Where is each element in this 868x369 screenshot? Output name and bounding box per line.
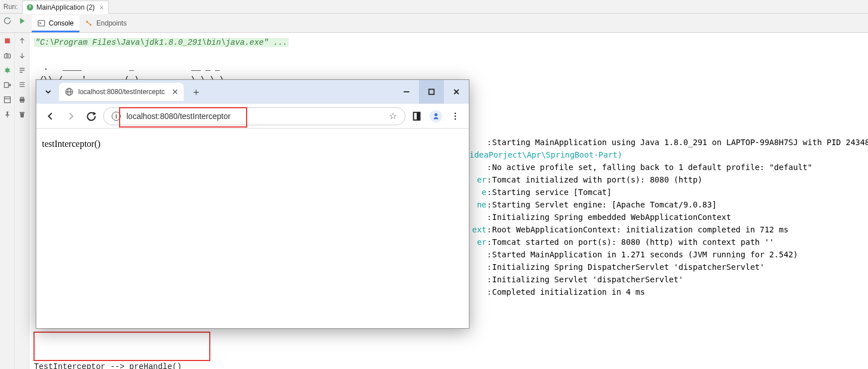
rerun-icon[interactable] [0, 14, 15, 28]
tab-console[interactable]: Console [32, 15, 79, 32]
down-arrow-icon[interactable] [15, 49, 29, 62]
svg-rect-23 [417, 112, 420, 120]
log-line: ideaPorject\Apr\SpringBoot-Part) [469, 149, 868, 161]
left-actions-col-2 [15, 33, 29, 369]
svg-rect-5 [4, 54, 10, 58]
bug-icon[interactable] [1, 63, 14, 77]
log-line: :Initializing Spring DispatcherServlet '… [469, 261, 868, 273]
site-info-icon[interactable]: i [112, 112, 121, 121]
console-line-1: TestInterceptor --> preHandle() [34, 362, 181, 369]
tab-close-icon[interactable]: ✕ [171, 88, 179, 96]
log-line: :Started MainApplication in 1.271 second… [469, 248, 868, 261]
svg-rect-9 [4, 83, 8, 88]
layout-icon[interactable] [1, 93, 14, 107]
browser-tab-title: localhost:8080/testInterceptc [78, 88, 165, 96]
run-config-name: MainApplication (2) [36, 3, 95, 11]
forward-button[interactable] [62, 108, 79, 125]
run-config-tab[interactable]: MainApplication (2) ✕ [22, 1, 109, 14]
menu-icon[interactable] [447, 108, 463, 124]
tab-search-dropdown-icon[interactable] [41, 84, 56, 100]
log-line: :No active profile set, falling back to … [469, 161, 868, 173]
browser-titlebar[interactable]: localhost:8080/testInterceptc ✕ ＋ [36, 80, 469, 104]
log-line: :Starting MainApplication using Java 1.8… [469, 136, 868, 149]
trash-icon[interactable] [15, 108, 29, 121]
log-line: ext:Root WebApplicationContext: initiali… [469, 223, 868, 236]
close-icon[interactable]: ✕ [99, 5, 104, 11]
window-buttons [394, 80, 469, 104]
log-line: :Initializing Spring embedded WebApplica… [469, 211, 868, 223]
close-button[interactable] [444, 80, 469, 104]
tab-endpoints[interactable]: Endpoints [79, 15, 132, 32]
exec-line: "C:\Program Files\Java\jdk1.8.0_291\bin\… [34, 38, 289, 47]
log-line: :Completed initialization in 4 ms [469, 286, 868, 298]
new-tab-button[interactable]: ＋ [188, 84, 204, 100]
log-line: ne:Starting Servlet engine: [Apache Tomc… [469, 198, 868, 211]
svg-point-26 [455, 115, 456, 117]
scroll-end-icon[interactable] [15, 78, 29, 92]
log-line: er:Tomcat started on port(s): 8080 (http… [469, 236, 868, 248]
browser-window: localhost:8080/testInterceptc ✕ ＋ i loca… [36, 79, 469, 329]
browser-tab[interactable]: localhost:8080/testInterceptc ✕ [59, 83, 184, 101]
endpoints-icon [85, 19, 93, 27]
globe-icon [65, 87, 74, 96]
back-button[interactable] [42, 108, 59, 125]
exit-icon[interactable] [1, 78, 14, 92]
svg-point-2 [86, 20, 88, 23]
svg-rect-16 [19, 112, 24, 113]
up-arrow-icon[interactable] [15, 34, 29, 48]
svg-point-27 [455, 118, 456, 120]
svg-point-8 [5, 69, 9, 73]
log-line: e:Starting service [Tomcat] [469, 186, 868, 198]
svg-rect-10 [4, 97, 10, 103]
print-icon[interactable] [15, 93, 29, 107]
console-tab-row: Console Endpoints [0, 14, 868, 33]
pin-icon[interactable] [1, 108, 14, 121]
svg-point-25 [455, 112, 456, 114]
soft-wrap-icon[interactable] [15, 63, 29, 77]
url-bar[interactable]: i localhost:8080/testInterceptor ☆ [103, 107, 405, 125]
svg-rect-4 [5, 39, 10, 44]
tab-console-label: Console [49, 19, 74, 27]
log-line: er:Tomcat initialized with port(s): 8080… [469, 173, 868, 186]
tab-endpoints-label: Endpoints [96, 19, 126, 27]
svg-rect-15 [20, 101, 23, 103]
run-icon[interactable] [15, 14, 29, 28]
svg-point-24 [434, 113, 437, 116]
bookmark-star-icon[interactable]: ☆ [389, 111, 397, 121]
profile-icon[interactable] [428, 108, 444, 124]
reload-button[interactable] [83, 108, 100, 125]
console-icon [37, 19, 45, 27]
minimize-button[interactable] [394, 80, 419, 104]
extensions-icon[interactable] [409, 108, 425, 124]
run-toolbar: Run: MainApplication (2) ✕ [0, 0, 868, 14]
spring-boot-icon [26, 3, 34, 11]
svg-point-3 [90, 23, 92, 26]
spring-log-lines: :Starting MainApplication using Java 1.8… [469, 136, 868, 298]
svg-point-6 [6, 55, 9, 57]
svg-rect-14 [20, 97, 23, 99]
log-line: :Initializing Servlet 'dispatcherServlet… [469, 273, 868, 286]
stop-icon[interactable] [1, 34, 14, 48]
page-body-text: testInterceptor() [42, 139, 100, 149]
browser-toolbar: i localhost:8080/testInterceptor ☆ [36, 104, 469, 129]
browser-page-content: testInterceptor() [36, 129, 469, 328]
console-tabs: Console Endpoints [29, 14, 132, 32]
svg-rect-21 [429, 90, 434, 95]
camera-icon[interactable] [1, 49, 14, 62]
svg-rect-7 [6, 53, 7, 54]
url-text: localhost:8080/testInterceptor [126, 112, 231, 121]
run-label: Run: [3, 3, 18, 11]
left-actions-col [0, 33, 15, 369]
maximize-button[interactable] [419, 80, 444, 104]
